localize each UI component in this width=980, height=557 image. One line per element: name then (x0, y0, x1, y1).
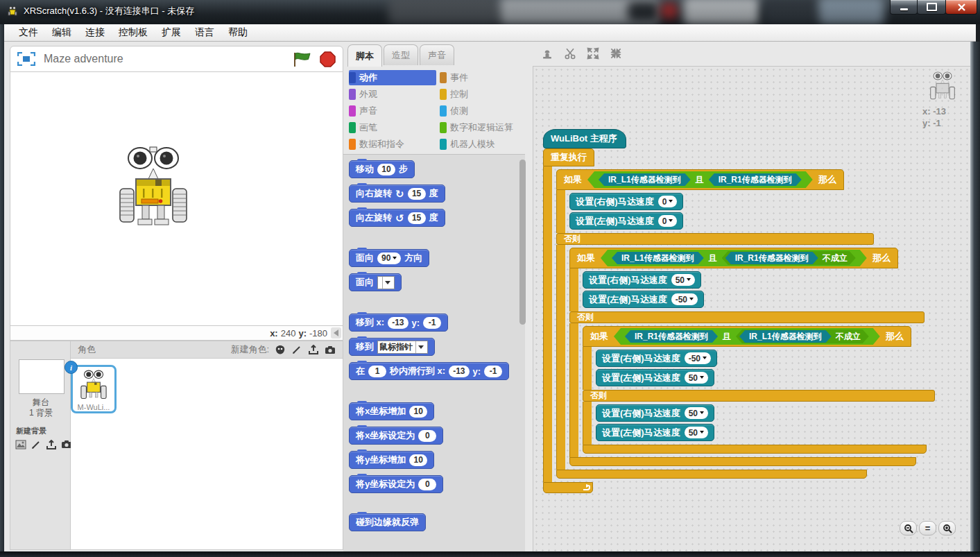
new-sprite-library-icon[interactable] (274, 344, 286, 356)
palette-block-turn-left[interactable]: 向左旋转 ↺ 15 度 (349, 209, 445, 227)
menu-connect[interactable]: 连接 (79, 25, 111, 40)
block-arg[interactable]: 15 (408, 212, 426, 224)
menu-board[interactable]: 控制板 (112, 25, 154, 40)
palette-scrollbar[interactable] (519, 160, 526, 325)
block-arg[interactable]: -1 (423, 317, 441, 329)
menu-extensions[interactable]: 扩展 (155, 25, 187, 40)
close-button[interactable] (945, 0, 977, 15)
tab-sounds[interactable]: 声音 (420, 44, 454, 65)
fullscreen-icon[interactable] (17, 52, 35, 66)
palette-block-turn-right[interactable]: 向右旋转 ↻ 15 度 (349, 185, 445, 203)
menu-file[interactable]: 文件 (12, 25, 44, 40)
block-arg[interactable]: 0 (418, 430, 436, 442)
palette-block-change-x[interactable]: 将x坐标增加 10 (349, 402, 434, 420)
set-motor-block[interactable]: 设置(右侧)马达速度50 (583, 271, 701, 289)
block-arg[interactable]: 0 (418, 479, 436, 490)
set-motor-block[interactable]: 设置(左侧)马达速度50 (596, 369, 714, 386)
palette-block-set-x[interactable]: 将x坐标设定为 0 (349, 427, 443, 445)
set-motor-block[interactable]: 设置(左侧)马达速度-50 (583, 291, 704, 308)
menu-language[interactable]: 语言 (189, 25, 221, 40)
shrink-sprite-icon[interactable] (608, 46, 624, 61)
project-title[interactable]: Maze adventure (44, 53, 284, 65)
stage-canvas[interactable] (10, 72, 343, 326)
forever-header[interactable]: 重复执行 (543, 148, 594, 166)
stop-button[interactable] (320, 51, 336, 67)
zoom-in-button[interactable] (938, 521, 956, 535)
category-data[interactable]: 数据和指令 (349, 137, 436, 152)
script-stack[interactable]: WuLiBot 主程序 重复执行 如果 IR_L1传感器检测到 且 IR_R1传… (543, 129, 935, 493)
palette-block-goto-xy[interactable]: 移到 x: -13 y: -1 (349, 314, 448, 332)
block-arg[interactable]: 1 (368, 366, 386, 377)
block-dropdown[interactable]: 鼠标指针 (377, 341, 428, 354)
block-dropdown[interactable]: 90 (377, 252, 401, 264)
and-operator[interactable]: IR_R1传感器检测到 且 IR_L1传感器检测到 不成立 (614, 328, 880, 345)
sensor-condition[interactable]: IR_L1传感器检测到 (739, 330, 832, 343)
category-pen[interactable]: 画笔 (349, 120, 436, 135)
block-dropdown[interactable]: 0 (658, 215, 678, 227)
category-looks[interactable]: 外观 (349, 87, 436, 102)
block-dropdown[interactable]: -50 (685, 352, 711, 364)
category-sensing[interactable]: 侦测 (440, 103, 527, 119)
block-arg[interactable]: 10 (409, 406, 427, 418)
palette-block-glide[interactable]: 在 1 秒内滑行到 x: -13 y: -1 (349, 362, 509, 380)
if-else-block-2[interactable]: 如果 IR_L1传感器检测到 且 IR_R1传感器检测到 不成立 (569, 248, 935, 466)
not-operator[interactable]: IR_L1传感器检测到 不成立 (736, 329, 869, 343)
block-arg[interactable]: -1 (484, 366, 502, 377)
brush-backdrop-icon[interactable] (30, 438, 42, 450)
block-dropdown[interactable]: 50 (685, 427, 708, 438)
grow-sprite-icon[interactable] (585, 46, 601, 61)
block-dropdown[interactable]: 50 (685, 407, 708, 419)
zoom-out-button[interactable] (900, 521, 917, 535)
sensor-condition[interactable]: IR_R1传感器检测到 (709, 173, 802, 186)
and-operator[interactable]: IR_L1传感器检测到 且 IR_R1传感器检测到 (587, 171, 813, 188)
if-else-block-1[interactable]: 如果 IR_L1传感器检测到 且 IR_R1传感器检测到 那么 设置(右侧)马达… (556, 169, 935, 479)
menu-edit[interactable]: 编辑 (46, 25, 78, 40)
scissors-delete-icon[interactable] (562, 46, 578, 61)
category-control[interactable]: 控制 (440, 87, 527, 102)
sensor-condition[interactable]: IR_R1传感器检测到 (725, 252, 818, 264)
block-arg[interactable]: 10 (409, 454, 427, 466)
hat-block-main-program[interactable]: WuLiBot 主程序 (543, 129, 626, 148)
paint-sprite-icon[interactable] (291, 344, 302, 356)
upload-backdrop-icon[interactable] (45, 438, 57, 450)
category-motion[interactable]: 动作 (349, 70, 436, 85)
block-arg[interactable]: 15 (408, 188, 426, 200)
block-arg[interactable]: -13 (449, 366, 469, 377)
green-flag-button[interactable] (293, 51, 311, 67)
paint-backdrop-icon[interactable] (15, 438, 26, 450)
category-robot[interactable]: 机器人模块 (440, 137, 527, 152)
and-operator[interactable]: IR_L1传感器检测到 且 IR_R1传感器检测到 不成立 (601, 250, 867, 266)
zoom-reset-button[interactable]: = (919, 521, 936, 535)
minimize-button[interactable] (890, 0, 918, 15)
palette-block-goto-sprite[interactable]: 移到 鼠标指针 (349, 338, 435, 356)
palette-block-bounce[interactable]: 碰到边缘就反弹 (349, 513, 426, 531)
category-events[interactable]: 事件 (440, 70, 527, 85)
palette-block-move[interactable]: 移动 10 步 (349, 160, 415, 178)
sprite-info-badge[interactable]: i (65, 361, 78, 374)
menu-help[interactable]: 帮助 (222, 25, 254, 40)
block-dropdown[interactable] (377, 276, 395, 289)
camera-sprite-icon[interactable] (324, 344, 336, 356)
block-dropdown[interactable]: 50 (671, 274, 695, 286)
forever-block[interactable]: 重复执行 如果 IR_L1传感器检测到 且 IR_R1传感器检测到 那么 (543, 148, 935, 493)
block-arg[interactable]: 10 (377, 164, 395, 175)
palette-block-point-direction[interactable]: 面向 90 方向 (349, 249, 429, 267)
set-motor-block[interactable]: 设置(左侧)马达速度50 (596, 424, 714, 441)
upload-sprite-icon[interactable] (307, 344, 319, 356)
palette-block-set-y[interactable]: 将y坐标设定为 0 (349, 475, 443, 493)
set-motor-block[interactable]: 设置(左侧)马达速度0 (569, 212, 683, 230)
block-arg[interactable]: -13 (388, 317, 408, 329)
robot-sprite[interactable] (117, 146, 189, 230)
maximize-button[interactable] (917, 0, 946, 15)
block-dropdown[interactable]: 50 (685, 372, 708, 384)
set-motor-block[interactable]: 设置(右侧)马达速度0 (569, 193, 683, 210)
category-operators[interactable]: 数字和逻辑运算 (440, 120, 527, 135)
set-motor-block[interactable]: 设置(右侧)马达速度50 (596, 404, 714, 422)
title-bar[interactable]: XRScratch(v1.6.3) - 没有连接串口 - 未保存 (0, 0, 980, 24)
tab-scripts[interactable]: 脚本 (347, 44, 382, 67)
not-operator[interactable]: IR_R1传感器检测到 不成立 (722, 251, 856, 265)
if-else-block-3[interactable]: 如果 IR_R1传感器检测到 且 IR_L1传感器检测到 (583, 326, 935, 454)
sensor-condition[interactable]: IR_L1传感器检测到 (599, 173, 691, 186)
stage-thumbnail[interactable] (19, 359, 65, 394)
palette-block-point-towards[interactable]: 面向 (349, 273, 402, 291)
